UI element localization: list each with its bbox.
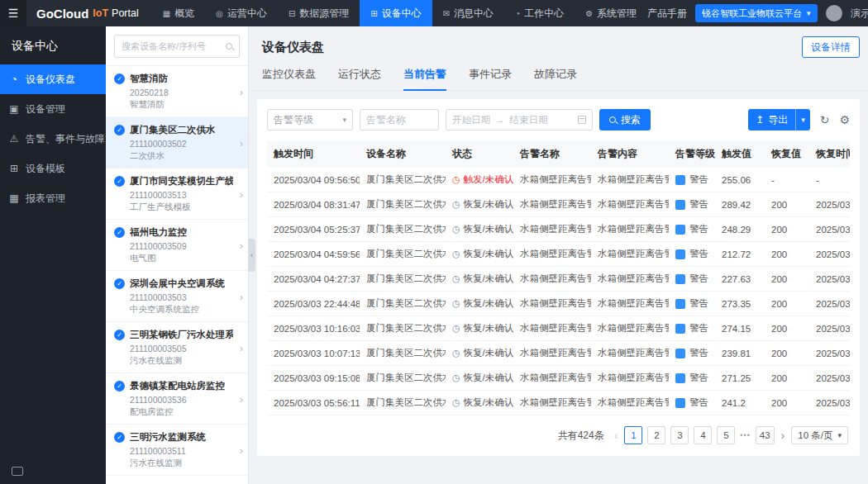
- level-badge-icon: [675, 249, 685, 259]
- collapse-sidebar-icon[interactable]: [12, 467, 23, 476]
- device-search-input[interactable]: [122, 41, 221, 51]
- status-clock-icon: ◷: [452, 274, 460, 283]
- nav-item[interactable]: ◔工作中心: [504, 0, 575, 26]
- cell-status: ◷恢复/未确认: [446, 292, 513, 316]
- page-button[interactable]: 5: [717, 426, 735, 444]
- tab-1[interactable]: 监控仪表盘: [262, 67, 316, 90]
- sidebar-item[interactable]: ▦报表管理: [0, 183, 106, 213]
- page-button[interactable]: 3: [670, 426, 689, 444]
- sidebar-item-label: 报表管理: [26, 192, 65, 206]
- sidebar-item[interactable]: ⚠告警、事件与故障: [0, 124, 106, 154]
- status-text: 恢复/未确认: [464, 248, 513, 260]
- menu-icon[interactable]: ☰: [0, 0, 26, 26]
- level-badge-icon: [675, 349, 685, 358]
- device-list-item[interactable]: ✓三明某钢铁厂污水处理系统211100003505污水在线监测›: [106, 322, 248, 373]
- device-list-item[interactable]: ✓厦门集美区二次供水211100003502二次供水›: [106, 117, 248, 168]
- device-name: 厦门市同安某模切生产线: [130, 175, 233, 187]
- device-serial: 211100003503: [130, 292, 233, 302]
- column-header: 恢复值: [765, 140, 809, 168]
- alarm-level-select-value: 告警等级: [274, 113, 313, 127]
- device-serial: 211100003502: [130, 139, 233, 149]
- device-tag: 二次供水: [130, 150, 233, 162]
- cell-recover-time: 2025/03/03 10: [809, 366, 850, 391]
- page-button[interactable]: 2: [647, 426, 665, 444]
- device-list: ✓智慧消防20250218智慧消防›✓厦门集美区二次供水211100003502…: [106, 66, 248, 477]
- nav-item[interactable]: ⊟数据源管理: [278, 0, 360, 26]
- level-text: 警告: [689, 297, 708, 310]
- chevron-down-icon: ▾: [342, 116, 346, 124]
- alarm-table: 触发时间设备名称状态告警名称告警内容告警等级触发值恢复值恢复时间 2025/03…: [267, 140, 850, 415]
- nav-item[interactable]: ✉消息中心: [432, 0, 504, 26]
- cell-trigger-time: 2025/03/03 09:15:08: [267, 366, 360, 391]
- device-list-item[interactable]: ✓三明污水监测系统211100003511污水在线监测›: [106, 425, 248, 476]
- account-name[interactable]: 演示账号: [851, 7, 868, 21]
- device-list-item[interactable]: ✓深圳会展中央空调系统211100003503中央空调系统监控›: [106, 271, 248, 322]
- cell-alarm-name: 水箱侧壁距离告警: [513, 391, 591, 415]
- refresh-icon[interactable]: ↻: [820, 114, 830, 126]
- alarm-name-input[interactable]: [360, 109, 439, 130]
- export-dropdown-caret[interactable]: ▾: [795, 109, 810, 130]
- cell-device-name: 厦门集美区二次供水: [360, 292, 446, 316]
- nav-item[interactable]: ⊞设备中心: [360, 0, 432, 26]
- sidebar-item[interactable]: ▣设备管理: [0, 94, 106, 124]
- cell-trigger-value: 274.15: [715, 316, 765, 341]
- device-name: 厦门集美区二次供水: [130, 124, 216, 136]
- nav-item[interactable]: ⚙系统管理: [575, 0, 647, 26]
- pagination-ellipsis[interactable]: •••: [740, 431, 750, 439]
- next-page-button[interactable]: ›: [780, 429, 787, 442]
- sidebar-item[interactable]: ⊞设备模板: [0, 154, 106, 183]
- layout: 设备中心 ◔设备仪表盘▣设备管理⚠告警、事件与故障⊞设备模板▦报表管理 ✓智慧消…: [0, 26, 868, 484]
- device-list-item[interactable]: ✓景德镇某配电站房监控211100003536配电房监控›: [106, 373, 248, 425]
- device-list-item[interactable]: ✓福州电力监控211100003509电气图›: [106, 220, 248, 271]
- search-button[interactable]: 搜索: [599, 109, 651, 130]
- avatar[interactable]: [826, 5, 842, 21]
- tab-3[interactable]: 当前告警: [403, 67, 446, 91]
- status-clock-icon: ◷: [452, 373, 460, 382]
- cell-device-name: 厦门集美区二次供水: [360, 242, 446, 267]
- alarm-level-select[interactable]: 告警等级 ▾: [267, 109, 353, 130]
- settings-gear-icon[interactable]: ⚙: [839, 114, 850, 126]
- product-manual-link[interactable]: 产品手册: [647, 7, 687, 21]
- status-clock-icon: ◷: [452, 398, 460, 407]
- page-button[interactable]: 1: [624, 426, 642, 444]
- device-detail-button[interactable]: 设备详情: [802, 36, 860, 58]
- nav-item-icon: ⊟: [289, 9, 295, 18]
- check-circle-icon: ✓: [114, 381, 125, 391]
- date-arrow: →: [495, 115, 505, 125]
- level-badge-icon: [675, 324, 685, 334]
- cell-device-name: 厦门集美区二次供水: [360, 391, 446, 415]
- status-text: 恢复/未确认: [464, 297, 513, 310]
- sidebar-item[interactable]: ◔设备仪表盘: [0, 64, 106, 94]
- topbar-right: 产品手册 锐谷智联工业物联云平台 ▾ 演示账号: [647, 0, 868, 26]
- tab-5[interactable]: 故障记录: [534, 67, 577, 90]
- date-range-picker[interactable]: 开始日期 → 结束日期: [446, 109, 593, 130]
- search-icon: [609, 116, 616, 123]
- tab-2[interactable]: 运行状态: [338, 67, 381, 90]
- export-button[interactable]: ↥ 导出 ▾: [748, 109, 810, 130]
- nav-item-label: 运营中心: [227, 7, 267, 21]
- sidebar-item-label: 设备管理: [26, 102, 65, 116]
- tab-4[interactable]: 事件记录: [469, 67, 512, 90]
- device-list-item[interactable]: ✓厦门市同安某模切生产线211100003513工厂生产线模板›: [106, 168, 248, 220]
- status-clock-icon: ◷: [452, 249, 460, 259]
- device-search-wrap: [106, 26, 248, 66]
- level-badge-icon: [675, 274, 685, 284]
- sidebar-item-icon: ◔: [8, 74, 20, 85]
- cell-alarm-name: 水箱侧壁距离告警: [513, 192, 591, 217]
- nav-item[interactable]: ◎运营中心: [205, 0, 278, 26]
- cell-alarm-content: 水箱侧壁距离告警: [591, 316, 669, 341]
- device-list-item[interactable]: ✓智慧消防20250218智慧消防›: [106, 66, 248, 117]
- page-size-select[interactable]: 10 条/页 ▾: [791, 426, 848, 444]
- level-text: 警告: [689, 248, 708, 260]
- platform-select[interactable]: 锐谷智联工业物联云平台 ▾: [695, 4, 818, 22]
- nav-item[interactable]: ▦概览: [152, 0, 205, 26]
- cell-status: ◷恢复/未确认: [446, 217, 513, 242]
- panel-collapse-handle[interactable]: ‹: [248, 239, 255, 272]
- page-button[interactable]: 43: [756, 426, 775, 444]
- device-list-item[interactable]: ✓新疆石河子某纺织厂梳棉机20220809001梳棉机›: [106, 476, 248, 477]
- sidebar-item-icon: ▣: [8, 103, 20, 115]
- level-badge-icon: [675, 200, 685, 210]
- prev-page-button[interactable]: ‹: [613, 429, 620, 442]
- brand-iot: IoT: [93, 7, 108, 19]
- page-button[interactable]: 4: [694, 426, 712, 444]
